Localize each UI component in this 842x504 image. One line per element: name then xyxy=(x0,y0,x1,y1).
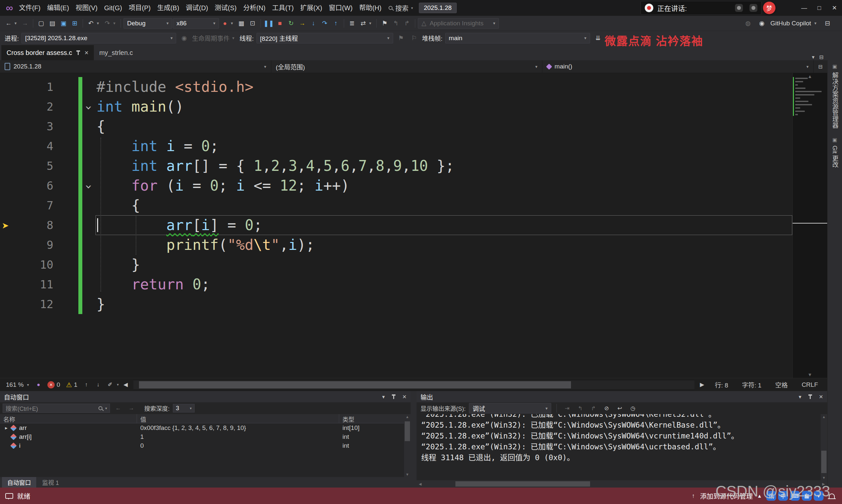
navigate-forward-icon[interactable]: → xyxy=(20,18,30,29)
github-copilot-icon[interactable]: ◉ xyxy=(756,18,767,29)
thread-dropdown[interactable]: [8220] 主线程 ▾ xyxy=(256,33,393,43)
code-text[interactable]: { xyxy=(95,116,792,136)
side-panel-tab[interactable]: ▣ Git 更改 xyxy=(830,137,839,168)
paw-icon[interactable] xyxy=(735,4,743,12)
breakpoint-margin[interactable] xyxy=(0,294,16,314)
menu-item[interactable]: 工具(T) xyxy=(269,0,297,16)
hot-reload-icon[interactable]: ● xyxy=(220,18,230,29)
menu-item[interactable]: 帮助(H) xyxy=(356,0,385,16)
scrollbar-thumb[interactable] xyxy=(405,421,410,441)
compare-files-icon[interactable]: ⇄ xyxy=(358,18,369,29)
autos-title-bar[interactable]: 自动窗口 ▾ ✕ xyxy=(0,391,411,402)
pause-icon[interactable]: ❚❚ xyxy=(264,18,274,29)
code-text[interactable]: #include <stdio.h> xyxy=(95,77,792,97)
menu-item[interactable]: 项目(P) xyxy=(125,0,154,16)
bookmark-icon[interactable]: ⚑ xyxy=(379,18,390,29)
close-icon[interactable]: ✕ xyxy=(819,394,823,400)
code-line-7[interactable]: 7 { xyxy=(0,196,792,215)
pin-icon[interactable] xyxy=(78,51,79,55)
horizontal-scrollbar[interactable] xyxy=(133,381,695,389)
menu-item[interactable]: 编辑(E) xyxy=(44,0,72,16)
chevron-down-icon[interactable]: ▾ xyxy=(15,18,19,29)
previous-bookmark-icon[interactable]: ↰ xyxy=(391,18,401,29)
minimize-button[interactable]: — xyxy=(796,0,812,16)
goto-next-message-icon[interactable]: ↱ xyxy=(588,403,598,413)
breakpoint-margin[interactable] xyxy=(0,97,16,116)
error-count-badge[interactable]: ✕ 0 xyxy=(46,381,62,389)
output-source-dropdown[interactable]: 调试 ▾ xyxy=(469,403,551,413)
ifly-badge[interactable]: 梦 xyxy=(763,2,775,14)
chevron-down-icon[interactable]: ▾ xyxy=(97,18,102,29)
lifecycle-events-icon[interactable]: ◉ xyxy=(179,33,189,44)
show-next-statement-icon[interactable]: → xyxy=(297,18,308,29)
flag-outline-icon[interactable]: ⚐ xyxy=(409,33,419,44)
search-input[interactable]: 搜索(Ctrl+E) ▾ xyxy=(3,403,110,413)
autoscroll-icon[interactable]: ◷ xyxy=(628,403,638,413)
word-wrap-icon[interactable]: ↩ xyxy=(615,403,625,413)
code-line-1[interactable]: 1#include <stdio.h> xyxy=(0,77,792,97)
chevron-down-icon[interactable]: ▾ xyxy=(814,18,819,29)
goto-previous-message-icon[interactable]: ↰ xyxy=(575,403,585,413)
code-line-9[interactable]: 9 printf("%d\t",i); xyxy=(0,235,792,255)
open-in-window-icon[interactable]: ⊟ xyxy=(822,18,833,29)
diagnostics-icon[interactable]: ▦ xyxy=(236,18,247,29)
previous-issue-icon[interactable]: ↑ xyxy=(81,380,91,390)
code-area[interactable]: 1#include <stdio.h>2›int main()3{4 int i… xyxy=(0,73,792,378)
live-share-icon[interactable]: ● xyxy=(34,380,43,390)
toolbar-overflow-icon[interactable]: ⇊ xyxy=(593,33,603,44)
menu-item[interactable]: 文件(F) xyxy=(16,0,44,16)
breakpoint-margin[interactable] xyxy=(0,77,16,97)
find-message-icon[interactable]: ⇥ xyxy=(562,403,572,413)
github-copilot-label[interactable]: GitHub Copilot xyxy=(770,20,811,27)
scroll-left-icon[interactable]: ◀ xyxy=(121,380,131,390)
variable-value[interactable]: 0 xyxy=(137,442,339,449)
project-dropdown[interactable]: 2025.1.28 ▾ xyxy=(0,60,271,73)
next-issue-icon[interactable]: ↓ xyxy=(93,380,103,390)
breakpoint-margin[interactable] xyxy=(0,196,16,215)
space-indicator[interactable]: 空格 xyxy=(769,380,793,389)
chevron-down-icon[interactable]: ▾ xyxy=(231,18,235,29)
pin-icon[interactable] xyxy=(810,395,811,399)
code-line-5[interactable]: 5 int arr[] = { 1,2,3,4,5,6,7,8,9,10 }; xyxy=(0,156,792,176)
zoom-dropdown[interactable]: 161 % ▾ xyxy=(3,381,32,389)
code-text[interactable]: int main() xyxy=(95,97,792,116)
expander-icon[interactable]: ▸ xyxy=(5,425,7,431)
navigate-back-icon[interactable]: ← xyxy=(3,18,14,29)
breakpoint-margin[interactable] xyxy=(0,116,16,136)
chevron-down-icon[interactable]: ▾ xyxy=(117,382,119,387)
save-all-icon[interactable]: ⊞ xyxy=(70,18,80,29)
breakpoint-margin[interactable] xyxy=(0,235,16,255)
variable-row[interactable]: ▸ arr 0x00f3facc {1, 2, 3, 4, 5, 6, 7, 8… xyxy=(0,424,411,432)
step-over-icon[interactable]: ↷ xyxy=(319,18,330,29)
code-line-12[interactable]: 12} xyxy=(0,294,792,314)
process-dropdown[interactable]: [32528] 2025.1.28.exe ▾ xyxy=(21,33,176,43)
code-line-11[interactable]: 11 return 0; xyxy=(0,274,792,294)
file-tab[interactable]: my_strlen.c xyxy=(94,45,138,60)
scroll-down-icon[interactable]: ▼ xyxy=(793,372,827,377)
feedback-bubble-icon[interactable] xyxy=(5,493,13,499)
menu-item[interactable]: 分析(N) xyxy=(240,0,269,16)
restart-icon[interactable]: ↻ xyxy=(286,18,297,29)
code-line-4[interactable]: 4 int i = 0; xyxy=(0,136,792,156)
output-log[interactable]: “2025.1.28.exe”(Win32): 已加载“C:\Windows\S… xyxy=(416,414,827,480)
eol-indicator[interactable]: CRLF xyxy=(795,381,824,389)
close-button[interactable]: ✕ xyxy=(827,0,842,16)
scroll-down-icon[interactable]: ▼ xyxy=(821,476,827,480)
breakpoint-margin[interactable] xyxy=(0,255,16,274)
warning-count-badge[interactable]: ⚠ 1 xyxy=(64,381,79,389)
maximize-button[interactable]: □ xyxy=(812,0,827,16)
column-header-value[interactable]: 值 xyxy=(137,414,339,423)
new-tab-group-icon[interactable]: ⊟ xyxy=(819,54,824,60)
minimap-scrollbar[interactable]: ▲ ▼ xyxy=(792,73,827,378)
code-editor[interactable]: 1#include <stdio.h>2›int main()3{4 int i… xyxy=(0,73,827,378)
save-icon[interactable]: ▣ xyxy=(58,18,69,29)
code-text[interactable]: return 0; xyxy=(95,274,792,294)
scope-dropdown[interactable]: (全局范围) ▾ xyxy=(271,60,543,73)
code-line-2[interactable]: 2›int main() xyxy=(0,97,792,116)
code-text[interactable]: printf("%d\t",i); xyxy=(95,235,792,255)
code-text[interactable]: int i = 0; xyxy=(95,136,792,156)
window-menu-icon[interactable]: ▾ xyxy=(799,394,802,400)
chevron-down-icon[interactable]: ▾ xyxy=(232,33,237,44)
chevron-down-icon[interactable]: ▾ xyxy=(113,18,118,29)
split-window-icon[interactable]: ⊟ xyxy=(814,60,827,73)
